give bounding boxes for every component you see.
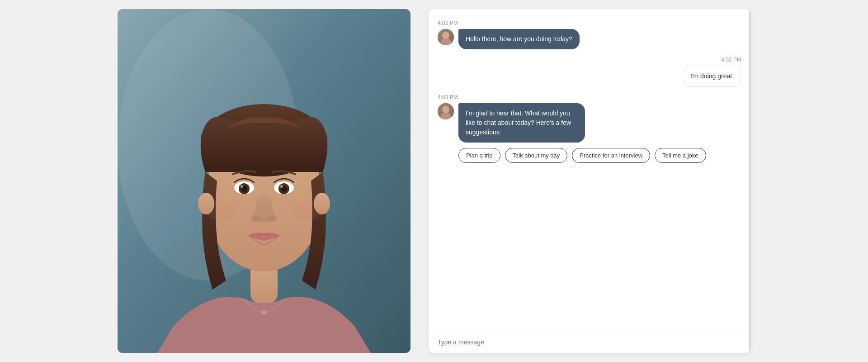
message-row-2: I'm doing great. — [438, 66, 741, 87]
video-panel — [118, 9, 410, 353]
svg-point-14 — [280, 185, 283, 188]
message-group-3: 4:03 PM I'm glad to hear that. What woul… — [438, 94, 741, 163]
svg-point-21 — [257, 203, 259, 205]
ai-avatar-mini-1 — [438, 29, 454, 45]
ai-avatar-2 — [438, 103, 454, 119]
suggestion-practice-interview[interactable]: Practice for an interview — [572, 148, 650, 163]
message-group-1: 4:02 PM Hello there, how are you doing t… — [438, 20, 741, 49]
ai-bubble-1: Hello there, how are you doing today? — [458, 29, 580, 49]
suggestion-talk-day[interactable]: Talk about my day — [505, 148, 568, 163]
avatar-image — [118, 9, 410, 353]
svg-point-20 — [314, 193, 330, 214]
message-group-2: 4:02 PM I'm doing great. — [438, 57, 741, 87]
ai-avatar-mini-2 — [438, 103, 454, 119]
chat-input-area — [429, 331, 750, 353]
chat-input[interactable] — [438, 338, 741, 346]
ai-avatar-1 — [438, 29, 454, 45]
svg-point-3 — [261, 310, 267, 315]
ai-bubble-2: I'm glad to hear that. What would you li… — [458, 103, 585, 143]
message-row-1: Hello there, how are you doing today? — [438, 29, 741, 49]
svg-point-19 — [198, 193, 214, 214]
timestamp-1: 4:02 PM — [438, 20, 741, 26]
message-row-3: I'm glad to hear that. What would you li… — [438, 103, 741, 143]
svg-point-10 — [241, 185, 243, 188]
avatar-svg — [118, 9, 410, 353]
svg-point-22 — [270, 205, 271, 207]
chat-panel: 4:02 PM Hello there, how are you doing t… — [429, 9, 750, 353]
chat-messages: 4:02 PM Hello there, how are you doing t… — [429, 9, 750, 331]
main-container: 4:02 PM Hello there, how are you doing t… — [118, 9, 750, 353]
svg-point-23 — [252, 210, 253, 211]
timestamp-2: 4:02 PM — [438, 57, 741, 63]
suggestions-container: Plan a trip Talk about my day Practice f… — [458, 148, 741, 163]
timestamp-3: 4:03 PM — [438, 94, 741, 100]
user-bubble-1: I'm doing great. — [683, 66, 741, 87]
suggestion-plan-trip[interactable]: Plan a trip — [458, 148, 500, 163]
suggestion-tell-joke[interactable]: Tell me a joke — [655, 148, 706, 163]
